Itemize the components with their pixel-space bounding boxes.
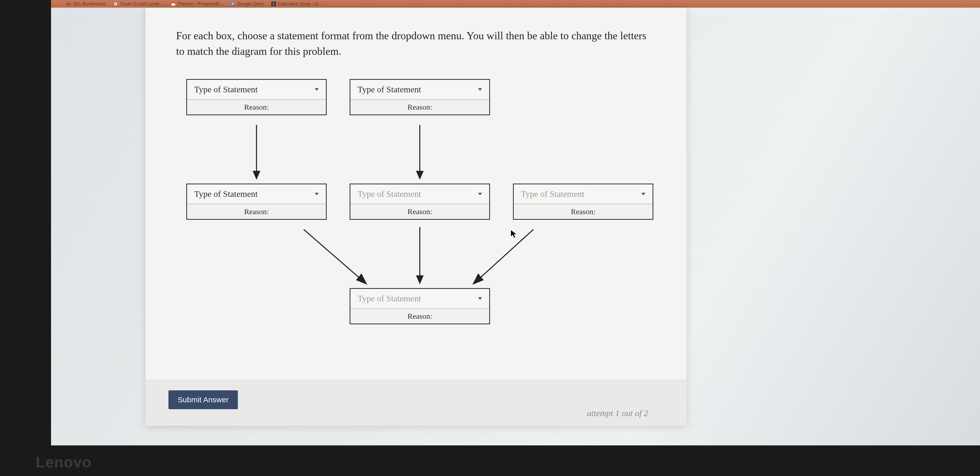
calendar-icon bbox=[171, 2, 176, 6]
svg-rect-6 bbox=[232, 3, 234, 4]
bookmark-item[interactable]: Planner - ProgressB... bbox=[171, 1, 223, 6]
submit-answer-button[interactable]: Submit Answer bbox=[169, 390, 238, 409]
sigma-icon: Σ bbox=[271, 2, 276, 6]
instructions-text: For each box, choose a statement format … bbox=[176, 28, 656, 59]
bookmark-label: Planner - ProgressB... bbox=[178, 1, 223, 6]
laptop-brand-label: Lenovo bbox=[36, 453, 92, 471]
dot-icon bbox=[113, 2, 118, 6]
bookmark-label: Google Docs bbox=[237, 1, 264, 6]
bookmark-bar: SEL Bookmarks South Euclid Lyndh... Plan… bbox=[51, 0, 980, 8]
footer-bar: Submit Answer attempt 1 out of 2 bbox=[145, 380, 687, 426]
svg-text:Σ: Σ bbox=[272, 2, 275, 6]
svg-marker-11 bbox=[253, 171, 259, 178]
svg-line-18 bbox=[477, 230, 533, 281]
folder-icon bbox=[66, 2, 71, 6]
bookmark-label: South Euclid Lyndh... bbox=[120, 1, 163, 6]
proof-flowchart: Type of Statement Reason: Type of Statem… bbox=[176, 74, 661, 360]
svg-line-14 bbox=[304, 230, 363, 281]
svg-marker-17 bbox=[417, 276, 423, 283]
svg-rect-3 bbox=[172, 2, 175, 3]
svg-point-1 bbox=[115, 3, 116, 5]
bookmark-label: SEL Bookmarks bbox=[73, 1, 106, 6]
attempt-counter: attempt 1 out of 2 bbox=[587, 408, 648, 418]
flow-arrows bbox=[176, 74, 661, 354]
svg-rect-5 bbox=[232, 3, 234, 3]
svg-marker-15 bbox=[357, 274, 366, 284]
bookmark-item[interactable]: Google Docs bbox=[231, 1, 264, 6]
bookmark-item[interactable]: SEL Bookmarks bbox=[66, 1, 106, 6]
bookmark-item[interactable]: Σ Calculator Soup - O... bbox=[271, 1, 322, 6]
bookmark-label: Calculator Soup - O... bbox=[278, 1, 322, 6]
docs-icon bbox=[231, 2, 235, 6]
bookmark-item[interactable]: South Euclid Lyndh... bbox=[113, 1, 163, 6]
svg-rect-7 bbox=[232, 4, 233, 5]
svg-marker-19 bbox=[473, 274, 483, 284]
svg-marker-13 bbox=[417, 171, 423, 178]
content-card: For each box, choose a statement format … bbox=[145, 8, 687, 426]
mouse-cursor-icon bbox=[511, 230, 517, 239]
screen-area: SEL Bookmarks South Euclid Lyndh... Plan… bbox=[51, 0, 980, 446]
